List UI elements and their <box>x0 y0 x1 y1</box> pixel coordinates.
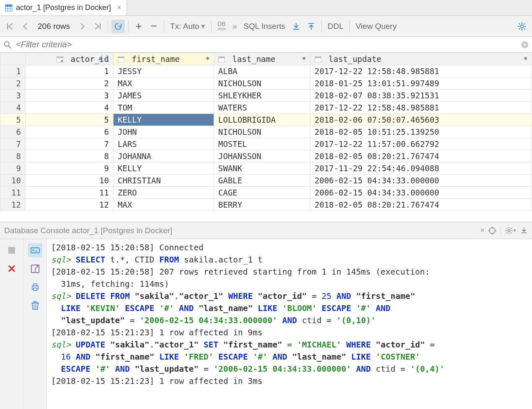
table-row[interactable]: 1010CHRISTIANGABLE2006-02-15 04:34:33.00… <box>0 175 532 187</box>
cell-actor-id[interactable]: 9 <box>26 162 114 175</box>
db-console-button[interactable]: DB <box>215 22 228 31</box>
cell-last-name[interactable]: SWANK <box>214 162 310 175</box>
table-row[interactable]: 77LARSMOSTEL2017-12-22 11:57:00.662792 <box>0 138 532 150</box>
trash-button[interactable] <box>28 298 42 313</box>
delete-row-button[interactable]: − <box>147 20 160 33</box>
tx-mode-dropdown[interactable]: Tx: Auto▾ <box>168 21 208 31</box>
table-row[interactable]: 1212MAXBERRY2018-02-05 08:20:21.767474 <box>0 199 532 211</box>
cell-last-name[interactable]: ALBA <box>214 65 310 77</box>
cell-last-name[interactable]: NICHOLSON <box>214 77 310 90</box>
cell-actor-id[interactable]: 3 <box>26 90 114 102</box>
stop-button[interactable] <box>5 243 19 257</box>
clear-filter-icon[interactable] <box>521 41 529 49</box>
export-button[interactable] <box>305 20 318 33</box>
cell-actor-id[interactable]: 4 <box>26 102 114 114</box>
view-query-button[interactable]: View Query <box>353 22 399 31</box>
console-output[interactable]: [2018-02-15 15:20:58] Connected sql> SEL… <box>47 239 532 409</box>
cell-first-name[interactable]: LARS <box>114 138 214 150</box>
cell-last-update[interactable]: 2017-12-22 11:57:00.662792 <box>310 138 532 150</box>
table-row[interactable]: 11JESSYALBA2017-12-22 12:58:48.985881 <box>0 65 532 77</box>
cell-last-update[interactable]: 2018-02-07 08:38:35.921531 <box>310 90 532 102</box>
col-last-name[interactable]: last_name ◆ <box>214 53 310 65</box>
row-number[interactable]: 1 <box>0 65 26 77</box>
table-row[interactable]: 1111ZEROCAGE2006-02-15 04:34:33.000000 <box>0 187 532 199</box>
row-number[interactable]: 4 <box>0 102 26 114</box>
row-number[interactable]: 8 <box>0 150 26 162</box>
table-row[interactable]: 88JOHANNAJOHANSSON2018-02-05 08:20:21.76… <box>0 150 532 162</box>
cell-last-name[interactable]: CAGE <box>214 187 310 199</box>
cell-actor-id[interactable]: 5 <box>26 114 114 126</box>
next-page-button[interactable] <box>76 20 89 33</box>
cell-actor-id[interactable]: 1 <box>26 65 114 77</box>
row-number[interactable]: 10 <box>0 175 26 187</box>
import-button[interactable] <box>289 20 303 33</box>
cell-last-update[interactable]: 2018-02-05 08:20:21.767474 <box>310 199 532 211</box>
prev-page-button[interactable] <box>18 20 32 33</box>
cell-first-name[interactable]: MAX <box>114 199 214 211</box>
cancel-button[interactable]: ✕ <box>5 262 19 276</box>
target-icon[interactable] <box>488 226 496 235</box>
cell-actor-id[interactable]: 2 <box>26 77 114 90</box>
cell-last-name[interactable]: JOHANSSON <box>214 150 310 162</box>
refresh-button[interactable] <box>111 20 125 33</box>
cell-actor-id[interactable]: 12 <box>26 199 114 211</box>
cell-first-name[interactable]: CHRISTIAN <box>114 175 214 187</box>
cell-first-name[interactable]: ZERO <box>114 187 214 199</box>
row-number[interactable]: 7 <box>0 138 26 150</box>
output-tab-button[interactable] <box>28 243 42 257</box>
cell-last-name[interactable]: MOSTEL <box>214 138 310 150</box>
results-tab-button[interactable] <box>28 262 42 276</box>
data-grid[interactable]: actor_id ▲ 1 first_name ◆ last_name ◆ <box>0 53 532 222</box>
cell-last-update[interactable]: 2006-02-15 04:34:33.000000 <box>310 175 532 187</box>
col-first-name[interactable]: first_name ◆ <box>114 53 214 65</box>
cell-first-name[interactable]: KELLY <box>114 114 214 126</box>
cell-last-update[interactable]: 2017-12-22 12:58:48.985881 <box>310 102 532 114</box>
cell-first-name[interactable]: JAMES <box>114 90 214 102</box>
rownum-header[interactable] <box>0 53 26 65</box>
row-number[interactable]: 11 <box>0 187 26 199</box>
gear-icon[interactable]: ▾ <box>505 226 516 235</box>
cell-actor-id[interactable]: 10 <box>26 175 114 187</box>
filter-input[interactable] <box>16 40 517 49</box>
settings-button[interactable] <box>515 20 529 33</box>
cell-last-name[interactable]: SHLEYKHER <box>214 90 310 102</box>
row-number[interactable]: 2 <box>0 77 26 90</box>
first-page-button[interactable] <box>3 20 17 33</box>
cell-first-name[interactable]: MAX <box>114 77 214 90</box>
table-row[interactable]: 99KELLYSWANK2017-11-29 22:54:46.094088 <box>0 162 532 175</box>
cell-last-name[interactable]: LOLLOBRIGIDA <box>214 114 310 126</box>
close-icon[interactable]: × <box>480 226 485 235</box>
cell-actor-id[interactable]: 8 <box>26 150 114 162</box>
cell-last-update[interactable]: 2017-11-29 22:54:46.094088 <box>310 162 532 175</box>
table-row[interactable]: 33JAMESSHLEYKHER2018-02-07 08:38:35.9215… <box>0 90 532 102</box>
table-row[interactable]: 66JOHNNICHOLSON2018-02-05 10:51:25.13925… <box>0 126 532 138</box>
tab-actor1[interactable]: actor_1 [Postgres in Docker] × <box>0 0 127 15</box>
print-button[interactable] <box>28 280 42 294</box>
table-row[interactable]: 22MAXNICHOLSON2018-01-25 13:01:51.997489 <box>0 77 532 90</box>
cell-first-name[interactable]: JOHN <box>114 126 214 138</box>
cell-last-update[interactable]: 2018-01-25 13:01:51.997489 <box>310 77 532 90</box>
download-icon[interactable] <box>520 226 528 235</box>
last-page-button[interactable] <box>91 20 104 33</box>
expand-icon[interactable]: » <box>230 22 240 31</box>
cell-first-name[interactable]: KELLY <box>114 162 214 175</box>
col-last-update[interactable]: last_update ◆ <box>310 53 532 65</box>
cell-actor-id[interactable]: 6 <box>26 126 114 138</box>
table-row[interactable]: 55KELLYLOLLOBRIGIDA2018-02-06 07:50:07.4… <box>0 114 532 126</box>
cell-last-name[interactable]: NICHOLSON <box>214 126 310 138</box>
cell-last-name[interactable]: BERRY <box>214 199 310 211</box>
cell-last-update[interactable]: 2018-02-05 08:20:21.767474 <box>310 150 532 162</box>
row-number[interactable]: 3 <box>0 90 26 102</box>
cell-last-update[interactable]: 2018-02-06 07:50:07.465603 <box>310 114 532 126</box>
close-icon[interactable]: × <box>117 3 121 12</box>
cell-last-update[interactable]: 2017-12-22 12:58:48.985881 <box>310 65 532 77</box>
cell-first-name[interactable]: JOHANNA <box>114 150 214 162</box>
cell-first-name[interactable]: JESSY <box>114 65 214 77</box>
row-number[interactable]: 6 <box>0 126 26 138</box>
row-number[interactable]: 5 <box>0 114 26 126</box>
cell-actor-id[interactable]: 7 <box>26 138 114 150</box>
ddl-button[interactable]: DDL <box>325 22 346 31</box>
table-row[interactable]: 44TOMWATERS2017-12-22 12:58:48.985881 <box>0 102 532 114</box>
cell-first-name[interactable]: TOM <box>114 102 214 114</box>
cell-last-name[interactable]: GABLE <box>214 175 310 187</box>
